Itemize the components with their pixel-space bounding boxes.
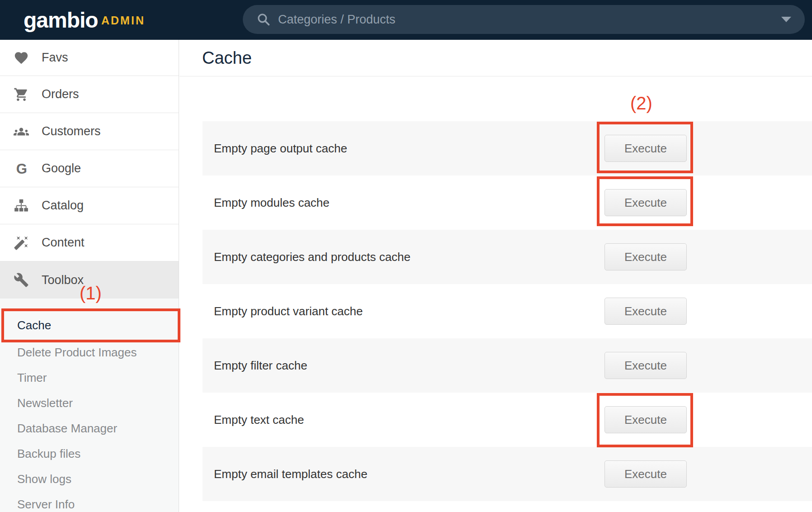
cache-row-text: Empty text cache Execute xyxy=(203,393,812,447)
cache-row-label: Empty product variant cache xyxy=(203,304,363,318)
cache-row-categories-products: Empty categories and products cache Exec… xyxy=(203,230,812,284)
sidebar-item-google[interactable]: G Google xyxy=(0,150,179,187)
execute-email-templates-button[interactable]: Execute xyxy=(604,460,687,488)
execute-filter-button[interactable]: Execute xyxy=(604,352,687,379)
cache-actions-list: Empty page output cache Execute Empty mo… xyxy=(203,121,812,501)
execute-product-variant-button[interactable]: Execute xyxy=(604,298,687,325)
cache-row-label: Empty page output cache xyxy=(203,142,347,156)
svg-text:G: G xyxy=(16,161,27,176)
magic-wand-icon xyxy=(13,235,30,251)
cache-row-email-templates: Empty email templates cache Execute xyxy=(203,447,812,501)
submenu-item-database-manager[interactable]: Database Manager xyxy=(0,416,179,441)
cache-row-label: Empty modules cache xyxy=(203,196,330,210)
sidebar-item-label: Catalog xyxy=(42,199,84,213)
cache-row-modules: Empty modules cache Execute xyxy=(203,175,812,230)
main-content: Cache Empty page output cache Execute Em… xyxy=(179,40,812,512)
cache-row-page-output: Empty page output cache Execute xyxy=(203,121,812,175)
cache-row-filter: Empty filter cache Execute xyxy=(203,338,812,393)
cache-row-product-variant: Empty product variant cache Execute xyxy=(203,284,812,338)
sidebar-item-label: Orders xyxy=(42,87,79,101)
sidebar-item-label: Google xyxy=(42,161,81,175)
admin-badge: ADMIN xyxy=(101,14,145,27)
submenu-item-cache[interactable]: Cache xyxy=(0,308,179,342)
execute-categories-products-button[interactable]: Execute xyxy=(604,243,687,270)
submenu-item-timer[interactable]: Timer xyxy=(0,365,179,390)
sidebar-item-favs[interactable]: Favs xyxy=(0,40,179,76)
global-search[interactable]: Categories / Products xyxy=(243,5,805,34)
sidebar-item-orders[interactable]: Orders xyxy=(0,76,179,113)
sidebar-item-customers[interactable]: Customers xyxy=(0,113,179,150)
sidebar-item-label: Favs xyxy=(42,51,68,65)
users-icon xyxy=(13,123,30,140)
chevron-down-icon[interactable] xyxy=(781,17,791,22)
cart-icon xyxy=(13,86,30,103)
sidebar-item-content[interactable]: Content xyxy=(0,224,179,261)
cache-row-label: Empty filter cache xyxy=(203,359,307,373)
page-title: Cache xyxy=(202,40,252,76)
gambio-admin-page: gambio ADMIN Categories / Products Favs xyxy=(0,0,812,512)
sidebar: Favs Orders Customers G Google xyxy=(0,40,179,512)
sidebar-item-toolbox[interactable]: Toolbox xyxy=(0,261,179,299)
gambio-logo: gambio xyxy=(24,8,98,33)
sidebar-item-label: Content xyxy=(42,236,85,250)
google-g-icon: G xyxy=(13,161,30,177)
submenu-item-backup-files[interactable]: Backup files xyxy=(0,441,179,466)
cache-row-label: Empty text cache xyxy=(203,413,304,427)
search-input[interactable]: Categories / Products xyxy=(278,13,396,27)
execute-text-button[interactable]: Execute xyxy=(604,406,687,433)
search-icon xyxy=(256,12,271,27)
cache-row-label: Empty email templates cache xyxy=(203,467,368,481)
submenu-item-server-info[interactable]: Server Info xyxy=(0,492,179,512)
sidebar-item-label: Customers xyxy=(42,124,101,138)
submenu-item-delete-product-images[interactable]: Delete Product Images xyxy=(0,340,179,365)
submenu-item-show-logs[interactable]: Show logs xyxy=(0,466,179,492)
top-bar: gambio ADMIN Categories / Products xyxy=(0,0,812,40)
sitemap-icon xyxy=(13,198,30,214)
toolbox-submenu: Cache Delete Product Images Timer Newsle… xyxy=(0,299,179,512)
wrench-icon xyxy=(13,272,30,288)
cache-row-label: Empty categories and products cache xyxy=(203,250,411,264)
title-divider xyxy=(179,76,812,76)
execute-modules-button[interactable]: Execute xyxy=(604,189,687,216)
heart-icon xyxy=(13,50,30,66)
sidebar-item-label: Toolbox xyxy=(42,273,84,287)
submenu-item-newsletter[interactable]: Newsletter xyxy=(0,390,179,416)
sidebar-item-catalog[interactable]: Catalog xyxy=(0,187,179,224)
execute-page-output-button[interactable]: Execute xyxy=(604,135,687,162)
